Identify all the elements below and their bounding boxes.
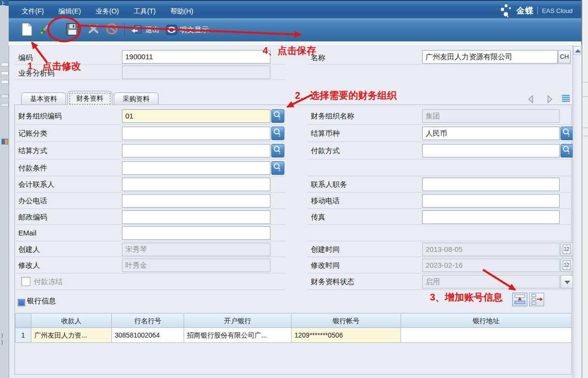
field-label: 邮政编码 <box>18 210 47 224</box>
tab-finance-info[interactable]: 财务资料 <box>67 91 112 105</box>
modify-time-calendar-button[interactable]: 12 <box>561 259 574 272</box>
finance-status-field: 启用 <box>422 275 560 288</box>
vertical-scrollbar[interactable] <box>573 45 582 378</box>
column-header-address[interactable]: 银行地址 <box>401 313 572 328</box>
language-button[interactable]: CH <box>558 50 571 64</box>
account-cell[interactable]: 1209*******0506 <box>292 328 401 343</box>
field-label: 创建人 <box>18 243 40 256</box>
column-header-bank-no[interactable]: 行名行号 <box>112 313 184 328</box>
menu-help[interactable]: 帮助(H) <box>170 4 193 18</box>
settle-method-lookup-button[interactable] <box>271 144 284 157</box>
remove-row-button[interactable] <box>529 293 544 306</box>
field-label: 结算币种 <box>311 127 340 140</box>
accounting-contact-field[interactable] <box>122 178 270 191</box>
payment-method-field[interactable] <box>422 144 560 157</box>
name-value: 广州友田人力资源有限公司 <box>426 52 512 61</box>
finance-org-code-field[interactable]: 01 <box>122 109 270 123</box>
menu-file[interactable]: 文件(F) <box>22 4 44 18</box>
payment-freeze-label: 付款冻结 <box>34 275 63 288</box>
background-fragment: ） <box>0 338 6 346</box>
annotation-step1: 1、点击修改 <box>27 60 81 73</box>
payee-cell[interactable]: 广州友田人力资... <box>31 328 112 343</box>
background-fragment-bar <box>1 71 9 75</box>
delete-button[interactable] <box>86 22 101 38</box>
payment-terms-field[interactable] <box>122 161 270 175</box>
field-label: 记账分类 <box>18 127 47 140</box>
magnifier-icon <box>561 144 573 157</box>
address-cell[interactable] <box>401 328 572 343</box>
block-button[interactable] <box>104 22 120 38</box>
field-label: 移动电话 <box>311 194 340 208</box>
form-row: 办公电话 移动电话 <box>0 194 581 210</box>
mobile-phone-field[interactable] <box>422 194 560 208</box>
menu-edit[interactable]: 编辑(E) <box>58 4 81 18</box>
booking-class-field[interactable] <box>122 127 270 140</box>
office-phone-field[interactable] <box>122 194 270 208</box>
field-label: 办公电话 <box>18 194 47 208</box>
modify-button[interactable] <box>37 22 52 38</box>
finance-org-name-field: 集团 <box>422 109 560 123</box>
field-label: 会计联系人 <box>18 178 54 191</box>
brand-product: EAS Cloud <box>542 7 573 14</box>
field-label: EMail <box>18 226 37 240</box>
settle-currency-lookup-button[interactable] <box>561 127 574 140</box>
finance-org-lookup-button[interactable] <box>271 109 284 123</box>
tab-purchase-info[interactable]: 采购资料 <box>114 92 159 105</box>
field-label: 修改时间 <box>311 259 340 272</box>
exit-button[interactable]: 退出 <box>130 22 160 38</box>
form-row: EMail <box>0 226 581 242</box>
add-row-button[interactable] <box>512 293 527 306</box>
payment-method-lookup-button[interactable] <box>561 144 574 157</box>
exit-icon <box>130 24 143 36</box>
toolbar-separator <box>124 23 125 36</box>
plaintext-button[interactable]: 明文显示 <box>166 22 209 38</box>
magnifier-icon <box>272 144 284 157</box>
chevron-down-icon <box>564 281 570 284</box>
tab-list-button[interactable] <box>561 93 571 104</box>
insert-row-icon <box>513 293 527 306</box>
field-label: 财务组织编码 <box>18 109 62 123</box>
triangle-up-icon <box>575 49 581 52</box>
menu-tools[interactable]: 工具(T) <box>134 4 156 18</box>
settle-method-field[interactable] <box>122 144 270 157</box>
save-button[interactable] <box>65 22 80 38</box>
tab-basic-info[interactable]: 基本资料 <box>21 92 66 105</box>
row-number-cell[interactable]: 1 <box>15 328 31 343</box>
svg-text:12: 12 <box>564 246 570 252</box>
page-prev-button[interactable] <box>526 94 537 105</box>
code-value: 1900011 <box>125 52 153 61</box>
field-label: 财务组织名称 <box>311 109 354 123</box>
booking-class-lookup-button[interactable] <box>271 127 284 140</box>
code-field[interactable]: 1900011 <box>122 50 270 64</box>
column-header-account[interactable]: 银行帐号 <box>292 313 401 328</box>
field-label: 付款方式 <box>311 144 340 157</box>
name-field[interactable]: 广州友田人力资源有限公司 <box>422 50 558 64</box>
fax-field[interactable] <box>422 210 560 224</box>
exit-label: 退出 <box>145 22 160 38</box>
tab-focus-outline <box>69 93 110 104</box>
modifier-field: 叶秀金 <box>122 259 270 272</box>
forbidden-icon <box>105 22 119 36</box>
finance-status-dropdown-button[interactable] <box>561 275 574 288</box>
column-header-payee[interactable]: 收款人 <box>31 313 112 328</box>
page-next-button[interactable] <box>545 94 555 105</box>
magnifier-icon <box>272 127 284 140</box>
magnifier-icon <box>272 110 284 122</box>
plaintext-label: 明文显示 <box>180 22 209 38</box>
form-row: 记账分类 结算币种 人民币 <box>0 127 581 143</box>
postal-code-field[interactable] <box>122 210 270 224</box>
background-fragment-bar <box>1 94 9 98</box>
create-time-calendar-button[interactable]: 12 <box>561 243 574 256</box>
save-floppy-icon <box>65 22 80 37</box>
email-field[interactable] <box>122 226 270 240</box>
payment-freeze-checkbox[interactable] <box>21 277 30 286</box>
settle-currency-field[interactable]: 人民币 <box>422 127 560 140</box>
payment-terms-lookup-button[interactable] <box>271 161 284 175</box>
contact-title-field[interactable] <box>422 178 560 191</box>
scroll-up-button[interactable] <box>574 46 581 55</box>
bank-name-cell[interactable]: 招商银行股份有限公司广... <box>184 328 292 343</box>
new-button[interactable] <box>19 22 35 38</box>
bank-no-cell[interactable]: 308581002064 <box>112 328 184 343</box>
menu-business[interactable]: 业务(O) <box>95 4 119 18</box>
column-header-bank-name[interactable]: 开户银行 <box>184 313 292 328</box>
